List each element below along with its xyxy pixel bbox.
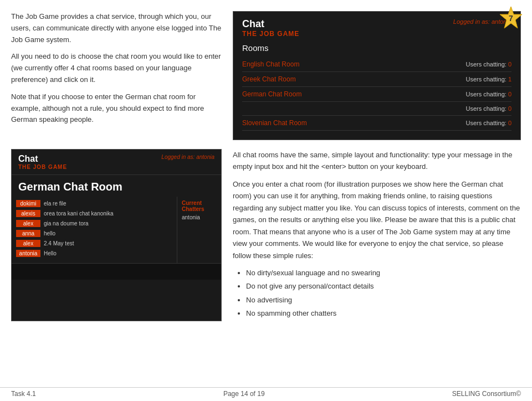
list-item: alex gia na doume tora: [16, 220, 172, 228]
msg-user-5: alex: [16, 240, 40, 247]
room-users-german: Users chatting: 0: [466, 91, 511, 97]
cr-messages: dokimi ela re file alexis orea tora kani…: [12, 197, 177, 263]
rule-4: No spamming other chatters: [246, 307, 521, 319]
intro-para2: All you need to do is choose the chat ro…: [11, 51, 222, 85]
list-item: dokimi ela re file: [16, 200, 172, 208]
room-users-english: Users chatting: 0: [466, 61, 511, 68]
rooms-title: Rooms: [242, 43, 511, 53]
msg-text-2: orea tora kani chat kanonika: [44, 210, 114, 218]
chat-title-block: Chat THE JOB GAME: [242, 18, 299, 38]
right-para1: All chat rooms have the same, simple lay…: [233, 149, 521, 173]
cr-subtitle: THE JOB GAME: [18, 164, 67, 170]
chat-mockup-top: Chat THE JOB GAME Logged in as: antonia …: [233, 11, 521, 140]
intro-para3: Note that if you choose to enter the Ger…: [11, 91, 222, 126]
room-users-greek: Users chatting: 1: [466, 76, 511, 83]
msg-user-1: dokimi: [16, 200, 40, 207]
room-name-greek[interactable]: Greek Chat Room: [242, 75, 296, 83]
rule-2: Do not give any personal/contact details: [246, 280, 521, 292]
room-row-greek[interactable]: Greek Chat Room Users chatting: 1: [242, 72, 511, 87]
rooms-section: Rooms English Chat Room Users chatting: …: [242, 43, 511, 131]
msg-user-3: alex: [16, 220, 40, 227]
msg-text-4: hello: [44, 230, 55, 238]
right-para2: Once you enter a chat room (for illustra…: [233, 178, 521, 261]
msg-user-4: anna: [16, 230, 40, 237]
cr-sidebar: Current Chatters antonia: [177, 197, 221, 263]
page-badge: 7: [497, 4, 525, 35]
room-name-slovenian[interactable]: Slovenian Chat Room: [242, 119, 307, 127]
cr-logged: Logged in as: antonia: [161, 154, 214, 160]
chat-header: Chat THE JOB GAME Logged in as: antonia: [242, 18, 511, 38]
rules-list: No dirty/sexual language and no swearing…: [246, 267, 521, 320]
intro-para1: The Job Game provides a chat service, th…: [11, 11, 222, 45]
msg-text-1: ela re file: [44, 200, 66, 208]
room-name-german[interactable]: German Chat Room: [242, 90, 301, 98]
left-column: The Job Game provides a chat service, th…: [11, 11, 222, 140]
logged-in-label: Logged in as:: [453, 18, 490, 25]
chat-subtitle: THE JOB GAME: [242, 30, 299, 38]
msg-text-3: gia na doume tora: [44, 220, 89, 228]
list-item: alex 2.4 May test: [16, 240, 172, 248]
cr-message-input[interactable]: [12, 263, 221, 280]
room-row-german[interactable]: German Chat Room Users chatting: 0: [242, 87, 511, 102]
list-item: anna hello: [16, 230, 172, 238]
msg-text-6: Hello: [44, 250, 57, 258]
room-name-english[interactable]: English Chat Room: [242, 60, 299, 68]
list-item: antonia Hello: [16, 250, 172, 258]
cr-body: dokimi ela re file alexis orea tora kani…: [12, 197, 221, 263]
cr-logged-label: Logged in as:: [161, 154, 195, 160]
cr-room-title: German Chat Room: [12, 175, 221, 197]
list-item: alexis orea tora kani chat kanonika: [16, 210, 172, 218]
cr-title-block: Chat THE JOB GAME: [18, 154, 67, 170]
page-number: 7: [509, 14, 513, 23]
footer-page: Page 14 of 19: [223, 390, 265, 398]
msg-user-6: antonia: [16, 250, 40, 257]
footer-brand: SELLING Consortium©: [452, 390, 521, 398]
cr-sidebar-user-1: antonia: [182, 214, 217, 220]
chat-title: Chat: [242, 18, 299, 30]
rule-3: No advertising: [246, 294, 521, 306]
german-chat-room-panel: Chat THE JOB GAME Logged in as: antonia …: [11, 149, 222, 321]
msg-user-2: alexis: [16, 210, 40, 217]
footer: Task 4.1 Page 14 of 19 SELLING Consortiu…: [0, 387, 532, 398]
room-users-slovenian: Users chatting: 0: [466, 120, 511, 126]
cr-header: Chat THE JOB GAME Logged in as: antonia: [12, 150, 221, 175]
cr-title: Chat: [18, 154, 67, 164]
footer-task: Task 4.1: [11, 390, 36, 398]
msg-text-5: 2.4 May test: [44, 240, 74, 248]
room-users-extra: Users chatting: 0: [466, 105, 511, 112]
cr-logged-user: antonia: [196, 154, 214, 160]
room-row-extra: Users chatting: 0: [242, 102, 511, 116]
room-row-slovenian[interactable]: Slovenian Chat Room Users chatting: 0: [242, 116, 511, 131]
chat-rooms-panel: Chat THE JOB GAME Logged in as: antonia …: [233, 11, 521, 140]
star-icon: 7: [497, 4, 525, 33]
room-row-english[interactable]: English Chat Room Users chatting: 0: [242, 57, 511, 72]
cr-sidebar-title: Current Chatters: [182, 200, 217, 212]
rule-1: No dirty/sexual language and no swearing: [246, 267, 521, 279]
right-text-column: All chat rooms have the same, simple lay…: [233, 149, 521, 321]
